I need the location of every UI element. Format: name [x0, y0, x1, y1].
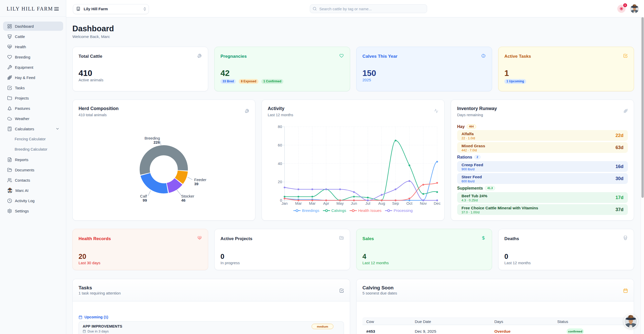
svg-text:Breeding: Breeding	[145, 136, 160, 140]
svg-text:Stocker: Stocker	[181, 194, 194, 198]
svg-text:40: 40	[278, 161, 282, 166]
svg-text:99: 99	[143, 198, 147, 202]
svg-text:60: 60	[278, 143, 282, 147]
svg-text:39: 39	[194, 182, 199, 186]
svg-text:80: 80	[278, 124, 282, 129]
svg-text:226: 226	[153, 140, 160, 144]
svg-text:Feeder: Feeder	[194, 178, 207, 182]
svg-text:Calf: Calf	[140, 194, 147, 198]
svg-text:46: 46	[181, 198, 186, 202]
svg-text:20: 20	[278, 180, 282, 184]
